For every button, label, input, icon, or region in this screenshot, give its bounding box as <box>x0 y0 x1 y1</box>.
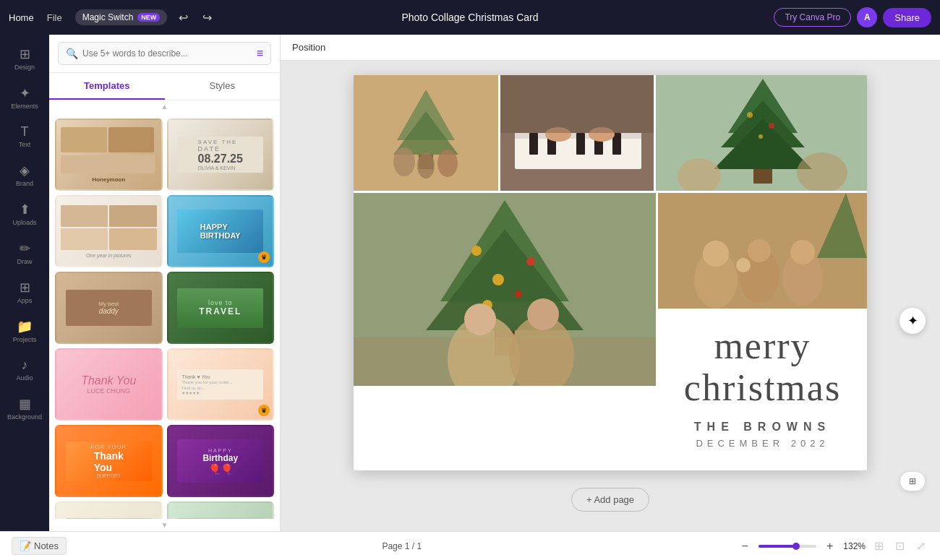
sidebar-label-draw: Draw <box>17 258 32 265</box>
template-item[interactable]: One year in pictures <box>55 195 163 267</box>
top-photo-row <box>354 75 867 191</box>
premium-badge: ♛ <box>258 405 270 416</box>
sidebar-label-audio: Audio <box>16 374 33 382</box>
sidebar-label-projects: Projects <box>13 336 37 343</box>
sidebar-item-brand[interactable]: ◈ Brand <box>3 157 46 193</box>
bottom-bar: 📝 Notes Page 1 / 1 − + 132% ⊞ ⊡ ⤢ <box>0 531 940 560</box>
add-page-container: + Add page <box>354 479 867 520</box>
panel-search: 🔍 ≡ <box>49 35 280 73</box>
sidebar-item-projects[interactable]: 📁 Projects <box>3 313 46 349</box>
sidebar-item-draw[interactable]: ✏ Draw <box>3 235 46 271</box>
template-item[interactable]: 🌿 Wedding Invitation <box>167 501 275 519</box>
sidebar-label-uploads: Uploads <box>12 219 36 226</box>
christmas-text: christmas <box>684 366 841 409</box>
undo-button[interactable]: ↩ <box>176 8 191 27</box>
share-button[interactable]: Share <box>883 8 931 27</box>
avatar[interactable]: A <box>857 7 877 27</box>
zoom-out-button[interactable]: − <box>738 538 753 554</box>
sidebar-item-text[interactable]: T Text <box>3 119 46 154</box>
audio-icon: ♪ <box>22 358 28 373</box>
notes-icon: 📝 <box>20 540 31 551</box>
redo-button[interactable]: ↪ <box>200 8 215 27</box>
template-item[interactable]: HAPPYBIRTHDAY ♛ <box>167 195 275 267</box>
home-button[interactable]: Home <box>9 12 34 23</box>
sidebar-item-apps[interactable]: ⊞ Apps <box>3 274 46 310</box>
projects-icon: 📁 <box>17 319 33 335</box>
tab-styles[interactable]: Styles <box>165 73 281 100</box>
template-item[interactable]: Honeymoon <box>55 119 163 191</box>
bottom-center: Page 1 / 1 <box>382 541 422 551</box>
grid-view-button[interactable]: ⊞ <box>871 536 886 556</box>
page-indicator: Page 1 / 1 <box>382 541 422 551</box>
template-item[interactable]: Thank You LUCE CHUNG <box>55 348 163 421</box>
magic-switch-button[interactable]: Magic Switch NEW <box>75 9 168 25</box>
bottom-section: merry christmas THE BROWNS DECEMBER 2022 <box>354 193 867 470</box>
fit-to-screen-button[interactable]: ⊡ <box>892 536 907 556</box>
search-input[interactable] <box>82 48 252 59</box>
scroll-up-button[interactable]: ▲ <box>49 100 280 113</box>
template-item[interactable]: SAVE THE DATE 08.27.25 OLIVIA & KEVIN <box>167 119 275 191</box>
tab-templates[interactable]: Templates <box>49 73 165 100</box>
svg-rect-44 <box>354 193 656 386</box>
right-column: merry christmas THE BROWNS DECEMBER 2022 <box>658 193 867 470</box>
position-label[interactable]: Position <box>292 42 325 53</box>
top-bar-right: Try Canva Pro A Share <box>547 7 931 27</box>
svg-rect-11 <box>529 133 538 155</box>
main-area: ⊞ Design ✦ Elements T Text ◈ Brand ⬆ Upl… <box>0 35 940 531</box>
design-icon: ⊞ <box>20 46 30 62</box>
template-item[interactable]: HAPPY Birthday 🎈🎈 <box>167 425 275 497</box>
notes-button[interactable]: 📝 Notes <box>12 537 67 555</box>
zoom-slider[interactable] <box>759 545 816 548</box>
svg-rect-55 <box>658 193 867 309</box>
photo-cell-main[interactable] <box>354 193 656 470</box>
filter-icon[interactable]: ≡ <box>257 47 263 60</box>
sidebar-item-background[interactable]: ▦ Background <box>3 390 46 426</box>
zoom-in-button[interactable]: + <box>822 538 837 554</box>
document-title: Photo Collage Christmas Card <box>401 12 538 23</box>
sidebar-label-design: Design <box>14 64 35 71</box>
left-sidebar: ⊞ Design ✦ Elements T Text ◈ Brand ⬆ Upl… <box>0 35 49 531</box>
sidebar-label-brand: Brand <box>16 180 33 187</box>
sidebar-item-uploads[interactable]: ⬆ Uploads <box>3 196 46 232</box>
panel-tabs: Templates Styles <box>49 73 280 100</box>
try-pro-button[interactable]: Try Canva Pro <box>774 8 851 27</box>
photo-cell-family[interactable] <box>354 75 498 191</box>
sidebar-label-apps: Apps <box>17 297 33 304</box>
canvas-scroll[interactable]: 🔲 📋 ⤢ <box>281 61 940 531</box>
svg-point-25 <box>747 112 753 118</box>
fullscreen-button[interactable]: ⤢ <box>913 536 928 556</box>
file-menu[interactable]: File <box>43 9 67 26</box>
canvas-board[interactable]: merry christmas THE BROWNS DECEMBER 2022 <box>354 75 867 470</box>
template-item[interactable]: Thank ♥ You Thank you for your order... … <box>167 348 275 421</box>
sidebar-label-background: Background <box>7 413 42 421</box>
top-bar-left: Home File Magic Switch NEW ↩ ↪ <box>9 8 393 27</box>
text-section: merry christmas THE BROWNS DECEMBER 2022 <box>658 311 867 470</box>
svg-rect-18 <box>500 75 654 133</box>
add-page-button[interactable]: + Add page <box>571 488 649 512</box>
svg-rect-13 <box>576 133 585 155</box>
canva-assistant-button[interactable]: ✦ <box>900 308 926 334</box>
template-item[interactable]: My best daddy <box>55 272 163 344</box>
template-item[interactable]: love to TRAVEL <box>167 272 275 344</box>
sidebar-item-elements[interactable]: ✦ Elements <box>3 79 46 116</box>
photo-cell-family-small[interactable] <box>658 193 867 309</box>
sidebar-item-design[interactable]: ⊞ Design <box>3 40 46 77</box>
svg-point-27 <box>759 134 763 139</box>
photo-cell-piano[interactable] <box>498 75 654 191</box>
elements-icon: ✦ <box>20 85 30 101</box>
show-pages-button[interactable]: ⊞ <box>900 471 926 491</box>
top-bar: Home File Magic Switch NEW ↩ ↪ Photo Col… <box>0 0 940 35</box>
family-name: THE BROWNS <box>694 421 831 434</box>
scroll-down-button[interactable]: ▼ <box>49 519 280 531</box>
canvas-wrapper: 🔲 📋 ⤢ <box>354 75 867 520</box>
photo-cell-christmas-right[interactable] <box>654 75 867 191</box>
zoom-value: 132% <box>843 541 866 551</box>
template-item[interactable]: FOR YOUR ThankYou SUPPORT <box>55 425 163 497</box>
search-box: 🔍 ≡ <box>58 42 271 65</box>
sidebar-label-elements: Elements <box>11 103 38 110</box>
sidebar-label-text: Text <box>19 141 31 148</box>
top-bar-center: Photo Collage Christmas Card <box>401 12 538 23</box>
template-item[interactable]: you are invited Claudia & Richard NOVEMB… <box>55 501 163 519</box>
sidebar-item-audio[interactable]: ♪ Audio <box>3 352 46 387</box>
search-icon: 🔍 <box>66 48 78 59</box>
